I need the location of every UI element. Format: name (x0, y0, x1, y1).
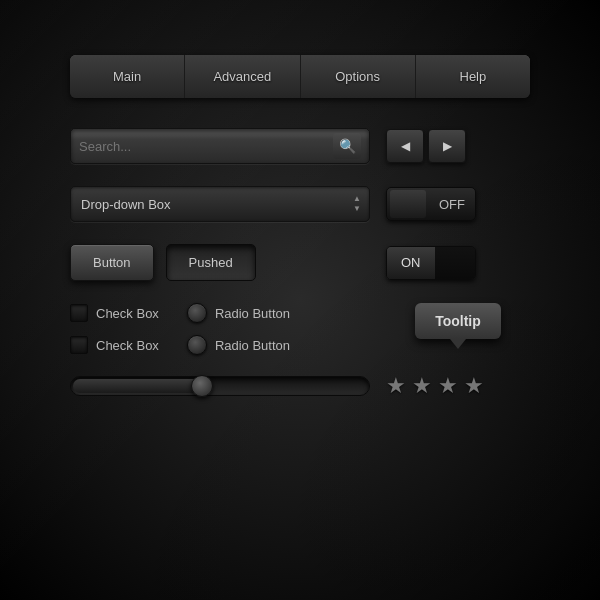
search-bar: 🔍 (70, 128, 370, 164)
nav-item-options[interactable]: Options (301, 55, 416, 98)
checkbox-2-label: Check Box (96, 338, 159, 353)
dropdown-arrow-icon: ▲ ▼ (353, 195, 361, 213)
nav-item-advanced[interactable]: Advanced (185, 55, 300, 98)
button-row: Button Pushed ON (70, 244, 530, 281)
arrow-button-group: ◀ ▶ (386, 129, 466, 163)
checkbox-radio-row: Check Box Radio Button Check Box Radio B… (70, 303, 530, 355)
toggle-off-switch[interactable]: OFF (386, 187, 476, 221)
star-2[interactable]: ★ (412, 373, 432, 399)
arrow-right-button[interactable]: ▶ (428, 129, 466, 163)
star-3[interactable]: ★ (438, 373, 458, 399)
toggle-on-track (435, 247, 475, 279)
checkbox-2[interactable] (70, 336, 88, 354)
search-button[interactable]: 🔍 (333, 133, 361, 159)
star-4[interactable]: ★ (464, 373, 484, 399)
pushed-button[interactable]: Pushed (166, 244, 256, 281)
slider-thumb[interactable] (191, 375, 213, 397)
radio-1-label: Radio Button (215, 306, 290, 321)
nav-bar: Main Advanced Options Help (70, 55, 530, 98)
radio-1[interactable] (187, 303, 207, 323)
tooltip: Tooltip (415, 303, 501, 339)
toggle-on-label: ON (387, 247, 435, 279)
arrow-left-button[interactable]: ◀ (386, 129, 424, 163)
slider-stars-row: ★ ★ ★ ★ (70, 373, 530, 399)
normal-button[interactable]: Button (70, 244, 154, 281)
checkbox-1-row: Check Box Radio Button (70, 303, 290, 323)
search-row: 🔍 ◀ ▶ (70, 128, 530, 164)
nav-item-help[interactable]: Help (416, 55, 530, 98)
slider-fill (73, 379, 207, 393)
toggle-off-label: OFF (429, 197, 475, 212)
radio-2-label: Radio Button (215, 338, 290, 353)
toggle-knob (390, 190, 426, 218)
radio-2[interactable] (187, 335, 207, 355)
dropdown-box[interactable]: Drop-down Box ▲ ▼ (70, 186, 370, 222)
dropdown-row: Drop-down Box ▲ ▼ OFF (70, 186, 530, 222)
search-icon: 🔍 (339, 138, 356, 154)
dropdown-label: Drop-down Box (81, 197, 171, 212)
search-input[interactable] (79, 139, 333, 154)
checkbox-1[interactable] (70, 304, 88, 322)
star-rating: ★ ★ ★ ★ (386, 373, 484, 399)
tooltip-arrow-icon (450, 339, 466, 349)
slider[interactable] (70, 376, 370, 396)
checkbox-1-label: Check Box (96, 306, 159, 321)
tooltip-wrapper: Tooltip (415, 303, 501, 349)
star-1[interactable]: ★ (386, 373, 406, 399)
checkbox-2-row: Check Box Radio Button (70, 335, 290, 355)
toggle-on-switch[interactable]: ON (386, 246, 476, 280)
nav-item-main[interactable]: Main (70, 55, 185, 98)
